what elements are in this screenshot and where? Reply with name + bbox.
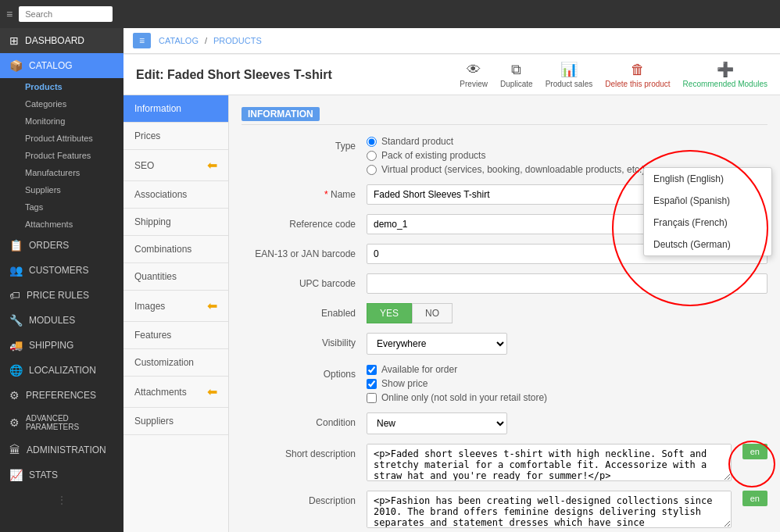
modules-icon: 🔧: [9, 314, 23, 327]
tab-images[interactable]: Images ⬅: [123, 291, 228, 322]
sidebar-scroll: ⋮: [0, 487, 123, 512]
lang-option-es[interactable]: Español (Spanish): [644, 190, 771, 212]
sidebar-sub-products[interactable]: Products: [0, 78, 123, 95]
option1-checkbox[interactable]: [367, 365, 377, 375]
logo-icon: ≡: [139, 35, 145, 46]
sidebar-item-shipping[interactable]: 🚚 SHIPPING: [0, 333, 123, 358]
sidebar-item-shipping-label: SHIPPING: [29, 340, 73, 351]
sidebar-sub-product-features[interactable]: Product Features: [0, 147, 123, 164]
sidebar-item-localization[interactable]: 🌐 LOCALIZATION: [0, 358, 123, 383]
attachments-arrow: ⬅: [207, 384, 217, 399]
lang-option-en[interactable]: English (English): [644, 168, 771, 190]
sidebar-item-price-rules-label: PRICE RULES: [27, 290, 89, 301]
option3-checkbox[interactable]: [367, 393, 377, 403]
sidebar-sub-suppliers[interactable]: Suppliers: [0, 181, 123, 198]
preview-action[interactable]: 👁 Preview: [460, 62, 488, 88]
sidebar-item-stats-label: STATS: [29, 470, 58, 480]
page-header-area: ≡ CATALOG / PRODUCTS Edit: Faded Short S…: [123, 28, 780, 95]
tab-information[interactable]: Information: [123, 95, 228, 123]
sidebar-item-administration[interactable]: 🏛 ADMINISTRATION: [0, 437, 123, 462]
tab-associations[interactable]: Associations: [123, 181, 228, 209]
type-standard-radio[interactable]: [367, 137, 377, 147]
preview-icon: 👁: [467, 62, 481, 78]
product-sales-label: Product sales: [546, 80, 593, 88]
visibility-field-wrap: Everywhere Catalog only Search only Nowh…: [367, 333, 767, 355]
main-area: ⊞ DASHBOARD 📦 CATALOG Products Categorie…: [0, 28, 780, 532]
type-pack-radio[interactable]: [367, 151, 377, 161]
option-online-only[interactable]: Online only (not sold in your retail sto…: [367, 392, 767, 403]
content-area: ≡ CATALOG / PRODUCTS Edit: Faded Short S…: [123, 28, 780, 532]
sidebar-item-administration-label: ADMINISTRATION: [27, 445, 106, 455]
modules-action[interactable]: ➕ Recommended Modules: [683, 61, 767, 88]
tab-shipping[interactable]: Shipping: [123, 209, 228, 236]
lang-option-de[interactable]: Deutsch (German): [644, 234, 771, 255]
sidebar-item-preferences-label: PREFERENCES: [26, 390, 96, 401]
sidebar-item-preferences[interactable]: ⚙ PREFERENCES: [0, 383, 123, 408]
upc-input[interactable]: [367, 273, 767, 294]
sidebar-item-stats[interactable]: 📈 STATS: [0, 462, 123, 487]
breadcrumb-catalog[interactable]: CATALOG: [159, 36, 199, 45]
duplicate-label: Duplicate: [500, 80, 533, 88]
short-desc-row: Short description <p>Faded short sleeves…: [242, 444, 767, 481]
form-section-title: INFORMATION: [242, 108, 767, 125]
preferences-icon: ⚙: [9, 389, 20, 402]
sidebar-sub-tags[interactable]: Tags: [0, 198, 123, 216]
sidebar-item-orders[interactable]: 📋 ORDERS: [0, 233, 123, 258]
dashboard-icon: ⊞: [9, 34, 19, 47]
description-lang-btn[interactable]: en: [742, 491, 767, 506]
seo-arrow: ⬅: [207, 158, 217, 173]
app-wrapper: ≡ ⊞ DASHBOARD 📦 CATALOG Products Categor…: [0, 0, 780, 532]
short-desc-textarea[interactable]: <p>Faded short sleeves t-shirt with high…: [367, 444, 732, 481]
sidebar-sub-attachments[interactable]: Attachments: [0, 216, 123, 233]
lang-option-fr[interactable]: Français (French): [644, 212, 771, 234]
sidebar-item-dashboard-label: DASHBOARD: [25, 35, 84, 46]
sidebar-sub-categories[interactable]: Categories: [0, 95, 123, 112]
name-field-wrap: en English (English) Español (Spanish) F…: [367, 184, 767, 205]
lang-dropdown: English (English) Español (Spanish) Fran…: [643, 167, 772, 256]
sidebar-item-modules[interactable]: 🔧 MODULES: [0, 308, 123, 333]
product-sales-action[interactable]: 📊 Product sales: [546, 61, 593, 88]
sidebar-item-advanced-parameters[interactable]: ⚙ ADVANCED PARAMETERS: [0, 408, 123, 437]
tab-features[interactable]: Features: [123, 322, 228, 349]
sidebar-item-price-rules[interactable]: 🏷 PRICE RULES: [0, 283, 123, 308]
option2-checkbox[interactable]: [367, 379, 377, 389]
app-logo: ≡: [133, 33, 151, 48]
reference-label: Reference code: [242, 214, 367, 230]
duplicate-action[interactable]: ⧉ Duplicate: [500, 62, 533, 88]
sidebar-sub-product-attributes[interactable]: Product Attributes: [0, 130, 123, 147]
delete-action[interactable]: 🗑 Delete this product: [605, 62, 670, 88]
tab-prices[interactable]: Prices: [123, 123, 228, 150]
condition-select[interactable]: New Used Refurbished: [367, 412, 507, 434]
sidebar: ⊞ DASHBOARD 📦 CATALOG Products Categorie…: [0, 28, 123, 532]
tab-suppliers[interactable]: Suppliers: [123, 408, 228, 435]
visibility-select[interactable]: Everywhere Catalog only Search only Nowh…: [367, 333, 507, 355]
sidebar-item-customers[interactable]: 👥 CUSTOMERS: [0, 258, 123, 283]
visibility-label: Visibility: [242, 333, 367, 348]
sidebar-item-dashboard[interactable]: ⊞ DASHBOARD: [0, 28, 123, 53]
toggle-yes[interactable]: YES: [367, 303, 412, 323]
breadcrumb-products[interactable]: PRODUCTS: [213, 36, 262, 45]
menu-icon[interactable]: ≡: [6, 8, 13, 20]
option-show-price[interactable]: Show price: [367, 378, 767, 389]
section-badge: INFORMATION: [242, 107, 320, 121]
search-input[interactable]: [19, 6, 113, 22]
type-virtual-radio[interactable]: [367, 165, 377, 175]
tab-combinations[interactable]: Combinations: [123, 236, 228, 263]
tab-customization[interactable]: Customization: [123, 349, 228, 377]
type-standard[interactable]: Standard product: [367, 136, 767, 147]
option-available-order[interactable]: Available for order: [367, 364, 767, 375]
short-desc-label: Short description: [242, 444, 367, 459]
tab-quantities[interactable]: Quantities: [123, 263, 228, 291]
tab-attachments[interactable]: Attachments ⬅: [123, 377, 228, 408]
sidebar-item-catalog[interactable]: 📦 CATALOG: [0, 53, 123, 78]
description-textarea[interactable]: <p>Fashion has been creating well-design…: [367, 491, 732, 528]
sidebar-sub-manufacturers[interactable]: Manufacturers: [0, 164, 123, 181]
page-title-row: Edit: Faded Short Sleeves T-shirt 👁 Prev…: [123, 54, 780, 95]
tab-seo[interactable]: SEO ⬅: [123, 150, 228, 181]
toggle-no[interactable]: NO: [412, 303, 453, 323]
condition-field-wrap: New Used Refurbished: [367, 412, 767, 434]
type-pack[interactable]: Pack of existing products: [367, 150, 767, 161]
name-label: Name: [242, 184, 367, 200]
short-desc-lang-btn[interactable]: en: [742, 444, 767, 459]
sidebar-sub-monitoring[interactable]: Monitoring: [0, 112, 123, 130]
